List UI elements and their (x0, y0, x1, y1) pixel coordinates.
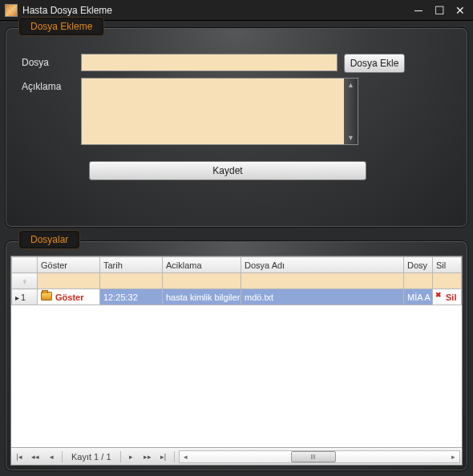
desc-label: Açıklama (17, 78, 81, 92)
window-title: Hasta Dosya Ekleme (22, 5, 407, 16)
minimize-button[interactable]: ─ (409, 3, 428, 18)
description-input[interactable] (82, 79, 344, 144)
row-index: 1 (21, 292, 26, 302)
nav-last-button[interactable]: ▸| (156, 450, 171, 464)
nav-first-button[interactable]: |◂ (12, 450, 26, 464)
row-indicator: ▸1 (12, 289, 38, 305)
record-counter: Kayıt 1 / 1 (71, 452, 111, 462)
filter-by[interactable] (404, 273, 433, 289)
col-del[interactable]: Sil (433, 257, 462, 273)
cell-name: mdö.txt (241, 289, 404, 305)
filter-row: ♀ (12, 273, 462, 289)
folder-icon (41, 292, 52, 301)
filter-name[interactable] (241, 273, 404, 289)
col-date[interactable]: Tarih (100, 257, 163, 273)
grid-container: Göster Tarih Aciklama Dosya Adı Dosy Sil… (10, 256, 463, 466)
nav-separator (120, 451, 121, 462)
save-button[interactable]: Kaydet (89, 161, 366, 180)
col-by[interactable]: Dosy (404, 257, 433, 273)
cell-date: 12:25:32 (100, 289, 163, 305)
window-body: Dosya Ekleme Dosya Dosya Ekle Açıklama ▲… (0, 21, 473, 476)
nav-separator (174, 451, 175, 462)
show-file-button[interactable]: Göster (38, 289, 100, 305)
maximize-button[interactable]: ☐ (430, 3, 449, 18)
nav-next-button[interactable]: ▸ (124, 450, 139, 464)
filter-desc[interactable] (163, 273, 241, 289)
col-show[interactable]: Göster (38, 257, 100, 273)
col-desc[interactable]: Aciklama (163, 257, 241, 273)
attach-file-button[interactable]: Dosya Ekle (344, 54, 405, 73)
app-icon (5, 4, 18, 17)
nav-prev-page-button[interactable]: ◂◂ (28, 450, 42, 464)
delete-file-button[interactable]: Sil (433, 289, 462, 305)
filter-date[interactable] (100, 273, 163, 289)
form-panel-title: Dosya Ekleme (18, 17, 104, 36)
file-label: Dosya (17, 54, 81, 68)
filter-indicator-icon[interactable]: ♀ (12, 273, 38, 289)
table-row[interactable]: ▸1 Göster 12:25:32 hasta kimlik bilgiler… (12, 289, 462, 305)
scroll-down-icon[interactable]: ▼ (344, 131, 358, 144)
desc-textarea-wrap: ▲ ▼ (81, 78, 358, 145)
nav-separator (62, 451, 63, 462)
files-grid: Göster Tarih Aciklama Dosya Adı Dosy Sil… (11, 256, 462, 447)
list-panel-title: Dosyalar (18, 230, 80, 249)
cell-desc: hasta kimlik bilgileri (163, 289, 241, 305)
textarea-scrollbar[interactable]: ▲ ▼ (344, 79, 358, 144)
filter-del[interactable] (433, 273, 462, 289)
record-navigator: |◂ ◂◂ ◂ Kayıt 1 / 1 ▸ ▸▸ ▸| ◂ ▸ (11, 447, 462, 465)
current-row-icon: ▸ (15, 293, 19, 302)
horizontal-scrollbar[interactable]: ◂ ▸ (179, 450, 460, 463)
file-path-input[interactable] (81, 54, 338, 71)
nav-next-page-button[interactable]: ▸▸ (140, 450, 155, 464)
col-name[interactable]: Dosya Adı (241, 257, 404, 273)
hscroll-left-icon[interactable]: ◂ (180, 453, 192, 461)
show-label: Göster (55, 292, 83, 302)
cell-by: MİA A (404, 289, 433, 305)
hscroll-right-icon[interactable]: ▸ (447, 453, 459, 461)
list-panel: Dosyalar Göster Tarih Aciklama Dosy (5, 240, 468, 471)
grid-header-row: Göster Tarih Aciklama Dosya Adı Dosy Sil (12, 257, 462, 273)
filter-show[interactable] (38, 273, 100, 289)
col-indicator[interactable] (12, 257, 38, 273)
nav-prev-button[interactable]: ◂ (44, 450, 59, 464)
delete-label: Sil (446, 292, 456, 302)
file-row: Dosya Dosya Ekle (17, 54, 456, 73)
close-button[interactable]: ✕ (451, 3, 470, 18)
scroll-up-icon[interactable]: ▲ (344, 79, 358, 91)
form-panel: Dosya Ekleme Dosya Dosya Ekle Açıklama ▲… (5, 27, 468, 228)
desc-row: Açıklama ▲ ▼ (17, 78, 456, 145)
hscroll-thumb[interactable] (291, 451, 336, 462)
